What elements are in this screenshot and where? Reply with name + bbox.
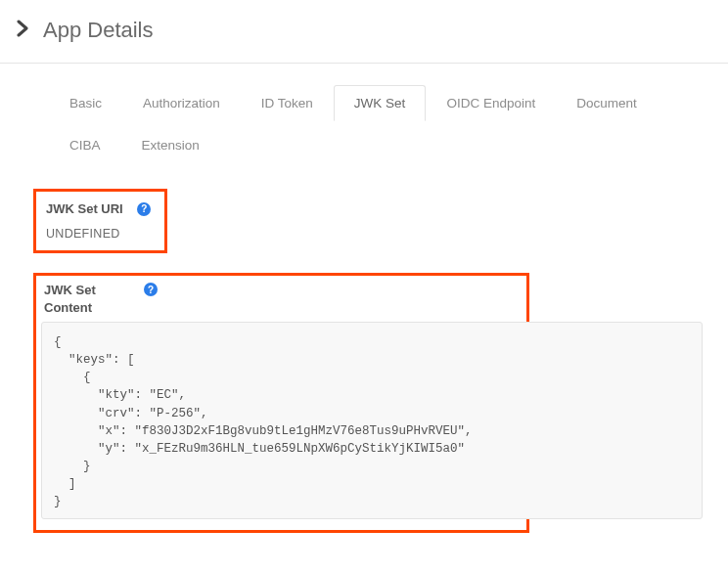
jwk-content-code[interactable]: { "keys": [ { "kty": "EC", "crv": "P-256… — [44, 322, 519, 522]
jwk-uri-label: JWK Set URI — [46, 201, 123, 216]
jwk-set-content-section: JWK Set Content ? { "keys": [ { "kty": "… — [35, 273, 712, 533]
help-icon[interactable]: ? — [137, 202, 151, 216]
chevron-right-icon[interactable] — [16, 20, 29, 42]
tab-extension[interactable]: Extension — [121, 127, 220, 163]
tab-bar: Basic Authorization ID Token JWK Set OID… — [35, 64, 712, 179]
tab-document[interactable]: Document — [556, 85, 658, 121]
page-title: App Details — [43, 18, 154, 43]
highlight-jwk-content: JWK Set Content ? { "keys": [ { "kty": "… — [33, 273, 529, 533]
tab-id-token[interactable]: ID Token — [241, 85, 334, 121]
help-icon[interactable]: ? — [144, 283, 158, 296]
tab-authorization[interactable]: Authorization — [122, 85, 241, 121]
tab-ciba[interactable]: CIBA — [49, 127, 121, 163]
tab-basic[interactable]: Basic — [49, 85, 122, 121]
page-header: App Details — [0, 0, 728, 64]
tab-oidc-endpoint[interactable]: OIDC Endpoint — [426, 85, 556, 121]
jwk-set-uri-section: JWK Set URI ? UNDEFINED — [35, 189, 712, 253]
highlight-jwk-uri: JWK Set URI ? UNDEFINED — [33, 189, 167, 253]
jwk-uri-value: UNDEFINED — [46, 227, 151, 241]
jwk-content-label: JWK Set Content — [44, 282, 132, 316]
content-area: Basic Authorization ID Token JWK Set OID… — [0, 64, 728, 533]
tab-jwk-set[interactable]: JWK Set — [334, 85, 427, 121]
code-area: { "keys": [ { "kty": "EC", "crv": "P-256… — [44, 322, 519, 522]
